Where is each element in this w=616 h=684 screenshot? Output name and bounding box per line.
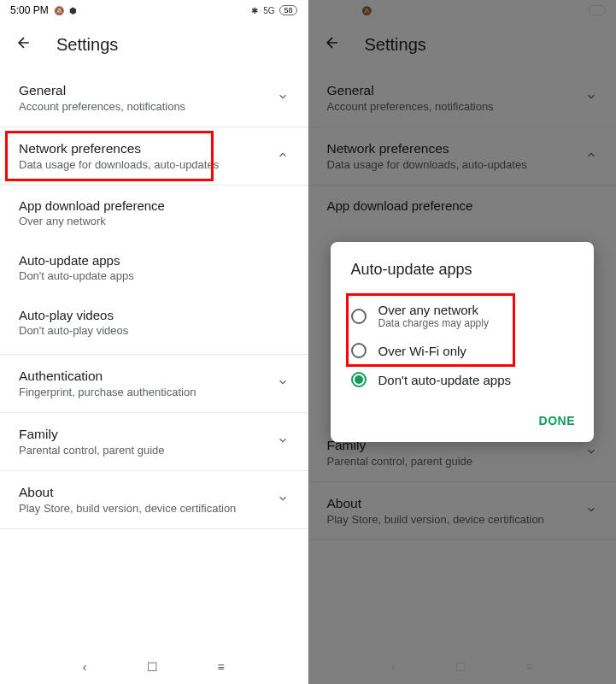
radio-icon xyxy=(351,309,367,324)
status-bar: 5:00 PM 🔕 ⬢ ✱ 5G 58 xyxy=(0,0,308,21)
item-app-download-preference: App download preference xyxy=(308,186,617,227)
settings-list: General Account preferences, notificatio… xyxy=(0,69,308,650)
item-auto-play-videos[interactable]: Auto-play videos Don't auto-play videos xyxy=(0,295,308,355)
nav-recent-icon[interactable]: ≡ xyxy=(218,660,225,674)
nav-recent-icon[interactable]: ≡ xyxy=(526,660,533,674)
left-phone-screenshot: 5:00 PM 🔕 ⬢ ✱ 5G 58 Settings General Acc… xyxy=(0,0,308,684)
section-subtitle: Fingerprint, purchase authentication xyxy=(19,386,268,398)
section-subtitle: Data usage for downloads, auto-updates xyxy=(327,158,578,171)
dnd-icon: 🔕 xyxy=(361,6,372,15)
battery-icon: 58 xyxy=(279,5,296,15)
sync-icon: ⬢ xyxy=(69,6,77,15)
item-subtitle: Don't auto-play videos xyxy=(19,324,289,337)
chevron-down-icon xyxy=(268,434,289,449)
signal-5g-icon: 5G xyxy=(572,6,584,15)
nav-back-icon[interactable]: ‹ xyxy=(83,660,87,674)
chevron-down-icon xyxy=(577,504,597,518)
page-title: Settings xyxy=(56,35,118,55)
chevron-down-icon xyxy=(268,376,289,391)
dialog-title: Auto-update apps xyxy=(351,261,588,279)
item-title: App download preference xyxy=(327,198,598,213)
section-title: General xyxy=(19,83,268,98)
section-general: General Account preferences, notificatio… xyxy=(308,69,617,127)
section-about: About Play Store, build version, device … xyxy=(308,482,617,540)
radio-dont-auto-update[interactable]: Don't auto-update apps xyxy=(351,365,588,394)
chevron-up-icon xyxy=(577,149,597,163)
section-subtitle: Account preferences, notifications xyxy=(327,100,578,113)
item-app-download-preference[interactable]: App download preference Over any network xyxy=(0,186,308,240)
radio-over-any-network[interactable]: Over any network Data charges may apply xyxy=(351,296,588,336)
chevron-down-icon xyxy=(577,91,597,105)
sync-icon: ⬢ xyxy=(377,6,384,15)
radio-label: Over any network xyxy=(378,303,489,317)
radio-icon-selected xyxy=(351,372,367,387)
chevron-down-icon xyxy=(268,91,289,105)
bluetooth-icon: ✱ xyxy=(560,6,567,15)
nav-home-icon[interactable]: ☐ xyxy=(455,660,466,674)
back-arrow-icon[interactable] xyxy=(324,34,341,56)
signal-5g-icon: 5G xyxy=(263,6,274,15)
page-title: Settings xyxy=(365,35,426,55)
item-title: App download preference xyxy=(19,198,289,213)
section-title: Authentication xyxy=(19,369,268,384)
dnd-icon: 🔕 xyxy=(54,6,64,15)
chevron-down-icon xyxy=(577,445,597,460)
radio-icon xyxy=(351,343,367,358)
section-title: General xyxy=(327,83,578,98)
status-time: 5:00 PM xyxy=(10,4,49,16)
radio-label: Over Wi-Fi only xyxy=(378,344,466,358)
section-about[interactable]: About Play Store, build version, device … xyxy=(0,471,308,529)
item-title: Auto-update apps xyxy=(19,253,289,268)
back-arrow-icon[interactable] xyxy=(15,34,32,56)
app-header: Settings xyxy=(308,21,617,69)
section-subtitle: Data usage for downloads, auto-updates xyxy=(19,158,268,171)
section-subtitle: Parental control, parent guide xyxy=(19,444,268,457)
section-title: About xyxy=(327,496,578,511)
app-header: Settings xyxy=(0,21,308,69)
section-network-preferences[interactable]: Network preferences Data usage for downl… xyxy=(0,127,308,186)
bluetooth-icon: ✱ xyxy=(251,6,258,15)
section-network-preferences: Network preferences Data usage for downl… xyxy=(308,127,617,186)
item-subtitle: Over any network xyxy=(19,215,289,227)
auto-update-dialog: Auto-update apps Over any network Data c… xyxy=(331,242,595,442)
section-title: Network preferences xyxy=(327,141,578,156)
section-subtitle: Account preferences, notifications xyxy=(19,100,268,113)
section-subtitle: Play Store, build version, device certif… xyxy=(19,502,268,515)
section-title: Network preferences xyxy=(19,141,268,156)
navigation-bar: ‹ ☐ ≡ xyxy=(308,650,617,684)
section-subtitle: Play Store, build version, device certif… xyxy=(327,513,578,526)
chevron-down-icon xyxy=(268,492,289,507)
navigation-bar: ‹ ☐ ≡ xyxy=(0,650,308,684)
section-family[interactable]: Family Parental control, parent guide xyxy=(0,413,308,471)
section-subtitle: Parental control, parent guide xyxy=(327,455,578,468)
status-time: 5:01 PM xyxy=(319,4,357,16)
section-authentication[interactable]: Authentication Fingerprint, purchase aut… xyxy=(0,355,308,413)
chevron-up-icon xyxy=(268,149,289,163)
section-title: Family xyxy=(19,427,268,442)
status-bar: 5:01 PM 🔕 ⬢ ✱ 5G 58 xyxy=(308,0,617,21)
radio-label: Don't auto-update apps xyxy=(378,373,511,387)
nav-back-icon[interactable]: ‹ xyxy=(391,660,396,674)
right-phone-screenshot: 5:01 PM 🔕 ⬢ ✱ 5G 58 Settings General Acc… xyxy=(308,0,617,684)
radio-over-wifi-only[interactable]: Over Wi-Fi only xyxy=(351,336,588,365)
item-auto-update-apps[interactable]: Auto-update apps Don't auto-update apps xyxy=(0,240,308,295)
item-subtitle: Don't auto-update apps xyxy=(19,269,289,282)
radio-sublabel: Data charges may apply xyxy=(378,317,489,329)
item-title: Auto-play videos xyxy=(19,308,289,322)
battery-icon: 58 xyxy=(589,5,606,15)
section-general[interactable]: General Account preferences, notificatio… xyxy=(0,69,308,127)
section-title: About xyxy=(19,485,268,500)
nav-home-icon[interactable]: ☐ xyxy=(147,660,158,674)
done-button[interactable]: DONE xyxy=(539,414,575,428)
